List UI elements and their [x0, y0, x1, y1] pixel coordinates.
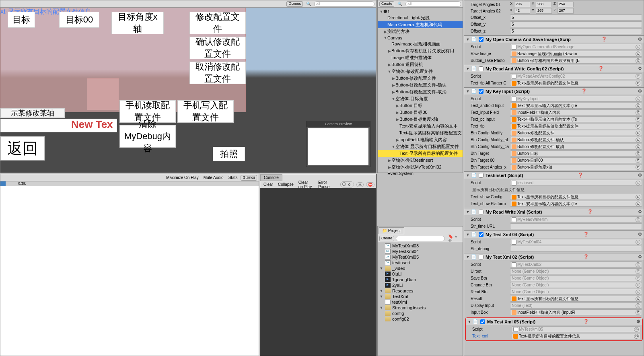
component-enable-checkbox[interactable]	[479, 255, 484, 259]
project-item[interactable]: MyTestXml03	[378, 243, 463, 249]
btn-confirm-config[interactable]: 确认修改配置文件	[189, 37, 246, 59]
hierarchy-item[interactable]: ▶Button-修改配置文件	[378, 75, 463, 82]
help-icon[interactable]: ❓	[583, 319, 589, 324]
hierarchy-item[interactable]: ▶Button-修改配置文件-确认	[378, 82, 463, 88]
component-enable-checkbox[interactable]	[479, 173, 484, 178]
hierarchy-item[interactable]: EventSystem	[378, 171, 463, 176]
btn-cancel-config[interactable]: 取消修改配置文件	[189, 62, 246, 84]
offset-y-field[interactable]: 5	[510, 21, 642, 27]
hierarchy-item[interactable]: ▶Button-修改配置文件-取消	[378, 88, 463, 95]
gear-icon[interactable]: ⚙	[638, 88, 642, 94]
hierarchy-item[interactable]: ▶Button-目标00	[378, 109, 463, 116]
project-item[interactable]: 0juLi	[378, 271, 463, 277]
warn-count[interactable]: ⚠	[356, 182, 364, 187]
project-item[interactable]: testinsert	[378, 260, 463, 265]
hierarchy-item[interactable]: Image-瞄准扫描物体	[378, 54, 463, 61]
gear-icon[interactable]: ⚙	[638, 232, 642, 237]
help-icon[interactable]: ❓	[598, 66, 604, 71]
project-item[interactable]: config02	[378, 316, 463, 322]
text-xml-ref[interactable]: Text-显示所有目标的配置文件信息⊙	[512, 333, 640, 339]
btn-take-photo[interactable]: 拍照	[213, 147, 245, 161]
console-tab[interactable]: Console	[260, 174, 282, 181]
gear-icon[interactable]: ⚙	[638, 173, 642, 178]
project-item[interactable]: 1guangDian	[378, 277, 463, 282]
game-gizmos-dropdown[interactable]: Gizmos	[241, 175, 257, 181]
btn-target00[interactable]: 目标00	[59, 12, 99, 28]
component-header[interactable]: ▼📄My Open Camera And Save Image (Scrip❓⚙	[464, 36, 644, 43]
component-enable-checkbox[interactable]	[479, 232, 484, 237]
hierarchy-item[interactable]: ▼⬢ 1	[378, 8, 463, 14]
console-error-pause[interactable]: Error Pause	[317, 180, 333, 189]
hierarchy-item[interactable]: ▼空物体-目标角度	[378, 95, 463, 102]
hierarchy-item[interactable]: Text-安卓显示输入内容的文本	[378, 123, 463, 130]
gear-icon[interactable]: ⚙	[638, 254, 642, 259]
project-item[interactable]: 2yaLi	[378, 282, 463, 288]
script-ref[interactable]: MyOpenCameraAndSaveImage⊙	[510, 44, 642, 50]
scene-search-input[interactable]	[314, 1, 374, 7]
console-clear-on-play[interactable]: Clear on Play	[297, 180, 315, 189]
gear-icon[interactable]: ⚙	[638, 209, 642, 214]
project-item[interactable]: ▼Resources	[378, 288, 463, 294]
help-icon[interactable]: ❓	[587, 209, 593, 214]
project-tab[interactable]: 📁 Project	[379, 227, 404, 234]
btn-target[interactable]: 目标	[8, 12, 35, 28]
hierarchy-item[interactable]: ▶空物体-测试MyTestXml02	[378, 164, 463, 171]
gear-icon[interactable]: ⚙	[638, 37, 642, 42]
offset-z-field[interactable]: 5	[510, 28, 642, 34]
hierarchy-item[interactable]: Main Camera-主相机和代码	[378, 21, 463, 28]
hierarchy-item[interactable]: ▼空物体-显示所有目标的配置文件	[378, 143, 463, 150]
hierarchy-create[interactable]: Create	[379, 1, 394, 7]
console-collapse[interactable]: Collapse	[276, 182, 295, 187]
hierarchy-item[interactable]: ▶空物体-测试testinsert	[378, 157, 463, 164]
error-count[interactable]: ⛔	[366, 182, 374, 187]
maximize-toggle[interactable]: Maximize On Play	[165, 175, 200, 180]
project-item[interactable]: testXml	[378, 299, 463, 305]
help-icon[interactable]: ❓	[581, 88, 587, 94]
project-search-input[interactable]	[396, 236, 445, 241]
btn-target-angle-x[interactable]: 目标角度x轴	[111, 12, 164, 34]
project-item[interactable]: ▼_video	[378, 265, 463, 271]
stats-toggle[interactable]: Stats	[227, 175, 239, 180]
project-item[interactable]: config	[378, 311, 463, 316]
hierarchy-item[interactable]: RawImage-呈现相机画面	[378, 41, 463, 47]
hierarchy-item[interactable]: Directional Light-光线	[378, 14, 463, 21]
help-icon[interactable]: ❓	[601, 37, 607, 42]
hierarchy-item[interactable]: ▶Button-目标	[378, 102, 463, 109]
component-enable-checkbox[interactable]	[480, 319, 485, 324]
btn-back[interactable]: 返回	[0, 136, 45, 161]
component-enable-checkbox[interactable]	[479, 37, 484, 42]
target-angles-01-xyz[interactable]: X296Y288Z254	[510, 2, 642, 7]
hierarchy-item[interactable]: ▶Button-保存相机图片失败没有用	[378, 47, 463, 54]
project-item[interactable]: MyTestXml04	[378, 249, 463, 254]
offset-x-field[interactable]: 5	[510, 14, 642, 21]
hierarchy-item[interactable]: ▼空物体-修改配置文件	[378, 68, 463, 75]
hierarchy-item[interactable]: Text-提示某目标某轴修改配置文	[378, 130, 463, 136]
btn-take-ref[interactable]: Button-保存相机图片失败没有用 (B⊙	[510, 58, 642, 64]
target-angles-02-xyz[interactable]: X42Y265Z267	[510, 8, 642, 14]
project-create[interactable]: Create	[379, 236, 394, 241]
project-item[interactable]: MyTestXml05	[378, 254, 463, 260]
btn-phone-write[interactable]: 手机写入配置文件	[177, 100, 234, 123]
gear-icon[interactable]: ⚙	[638, 66, 642, 71]
component-enable-checkbox[interactable]	[479, 66, 484, 71]
hierarchy-item[interactable]: Text-显示所有目标的配置文件	[378, 150, 463, 157]
gear-icon[interactable]: ⚙	[636, 319, 640, 324]
hierarchy-search-input[interactable]	[405, 1, 461, 7]
help-icon[interactable]: ❓	[578, 173, 583, 178]
console-clear[interactable]: Clear	[262, 182, 275, 187]
help-icon[interactable]: ❓	[583, 232, 589, 237]
project-item[interactable]: ▼StreamingAssets	[378, 305, 463, 311]
hierarchy-item[interactable]: ▶测试的方块	[378, 28, 463, 35]
project-item[interactable]: ▼TestXml	[378, 294, 463, 299]
btn-clear-debug[interactable]: 清除MyDebug内容	[119, 125, 176, 148]
hierarchy-tree[interactable]: ▼⬢ 1Directional Light-光线Main Camera-主相机和…	[378, 8, 463, 177]
info-count[interactable]: ⓘ0	[340, 181, 354, 187]
help-icon[interactable]: ❓	[583, 254, 589, 259]
raw-image-ref[interactable]: RawImage-呈现相机画面 (RawIm⊙	[510, 51, 642, 57]
component-enable-checkbox[interactable]	[479, 89, 484, 94]
mute-toggle[interactable]: Mute Audio	[202, 175, 225, 180]
btn-modify-config[interactable]: 修改配置文件	[189, 12, 246, 34]
hierarchy-item[interactable]: ▶InputField-电脑输入内容	[378, 136, 463, 143]
hierarchy-item[interactable]: ▶Button-目标角度x轴	[378, 116, 463, 123]
hierarchy-item[interactable]: ▼Canvas	[378, 35, 463, 41]
